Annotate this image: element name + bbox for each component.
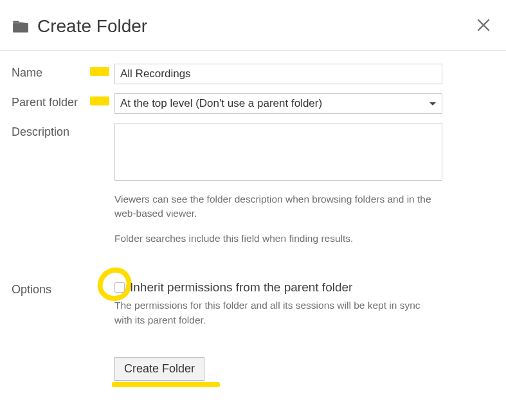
title-group: Create Folder xyxy=(12,16,147,37)
description-label: Description xyxy=(12,123,114,139)
svg-rect-1 xyxy=(13,23,28,32)
dialog-header: Create Folder xyxy=(0,0,506,50)
description-control: Viewers can see the folder description w… xyxy=(114,123,494,246)
parent-select[interactable]: At the top level (Don't use a parent fol… xyxy=(114,93,442,114)
name-row: Name xyxy=(12,64,494,84)
close-button[interactable] xyxy=(473,14,494,39)
inherit-checkbox[interactable] xyxy=(114,282,125,293)
description-help-1: Viewers can see the folder description w… xyxy=(114,192,442,221)
dialog-title: Create Folder xyxy=(37,16,147,37)
svg-rect-0 xyxy=(13,21,19,23)
options-content: Inherit permissions from the parent fold… xyxy=(114,280,494,381)
description-help-2: Folder searches include this field when … xyxy=(114,232,442,246)
options-label: Options xyxy=(12,280,114,297)
close-icon xyxy=(475,24,492,35)
required-highlight xyxy=(90,67,109,76)
parent-control: At the top level (Don't use a parent fol… xyxy=(114,93,494,114)
description-help: Viewers can see the folder description w… xyxy=(114,192,442,246)
parent-row: Parent folder At the top level (Don't us… xyxy=(12,93,494,114)
description-input[interactable] xyxy=(114,123,442,181)
description-row: Description Viewers can see the folder d… xyxy=(12,123,494,246)
inherit-help: The permissions for this folder and all … xyxy=(114,298,436,327)
submit-wrap: Create Folder xyxy=(114,357,204,381)
highlight-underline-annotation xyxy=(112,382,220,387)
chevron-down-icon xyxy=(429,98,437,109)
options-row: Options Inherit permissions from the par… xyxy=(12,280,494,381)
folder-icon xyxy=(12,19,30,34)
required-highlight xyxy=(90,96,109,105)
inherit-checkbox-label: Inherit permissions from the parent fold… xyxy=(130,280,352,295)
create-folder-button[interactable]: Create Folder xyxy=(114,357,204,381)
parent-select-value: At the top level (Don't use a parent fol… xyxy=(120,97,322,110)
name-input[interactable] xyxy=(114,64,442,84)
name-control xyxy=(114,64,494,84)
inherit-checkbox-row: Inherit permissions from the parent fold… xyxy=(114,280,494,295)
form-body: Name Parent folder At the top level (Don… xyxy=(0,51,506,394)
